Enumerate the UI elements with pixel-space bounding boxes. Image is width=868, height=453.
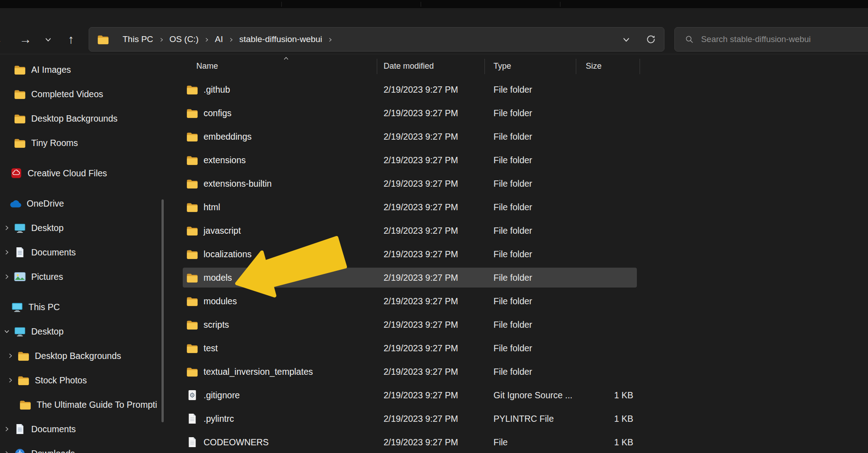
file-type: File folder [484,249,576,260]
file-row-configs[interactable]: configs2/19/2023 9:27 PMFile folder [172,101,868,125]
column-header-label: Size [586,61,602,71]
sidebar-item-label: Downloads [31,448,75,453]
file-icon [186,413,198,424]
breadcrumb-separator-icon[interactable] [159,37,164,42]
chevron-right-icon[interactable] [3,425,11,434]
address-dropdown-chevron-icon[interactable] [621,35,631,44]
chevron-right-icon[interactable] [3,272,11,281]
file-date-modified: 2/19/2023 9:27 PM [377,414,484,424]
column-divider [576,59,576,74]
breadcrumb: This PCOS (C:)AIstable-diffusion-webui [122,34,337,44]
file-row-gitignore[interactable]: .gitignore2/19/2023 9:27 PMGit Ignore So… [172,383,868,407]
folder-icon [14,88,26,100]
sidebar-item-desktop-backgrounds[interactable]: Desktop Backgrounds [0,344,172,368]
recent-locations-button[interactable] [40,28,56,50]
file-row-embeddings[interactable]: embeddings2/19/2023 9:27 PMFile folder [172,125,868,148]
content-area: AI ImagesCompleted VideosDesktop Backgro… [0,54,868,453]
refresh-icon[interactable] [646,34,656,44]
chevron-right-icon[interactable] [6,376,14,385]
sidebar-item-the-ultimate-guide-to-prompti[interactable]: The Ultimate Guide To Prompti [0,392,172,417]
breadcrumb-separator-icon[interactable] [204,37,209,42]
file-type: File folder [484,202,576,212]
sidebar-item-documents[interactable]: Documents [0,240,172,264]
file-size: 1 KB [576,390,640,401]
file-row-localizations[interactable]: localizations2/19/2023 9:27 PMFile folde… [172,242,868,266]
forward-button[interactable]: → [15,28,35,50]
file-name-cell: embeddings [183,131,377,142]
sidebar-item-creative-cloud-files[interactable]: Creative Cloud Files [0,161,172,185]
folder-icon [186,225,198,236]
breadcrumb-item[interactable]: This PC [122,34,154,44]
chevron-right-icon[interactable] [3,248,11,257]
breadcrumb-item[interactable]: OS (C:) [169,34,199,44]
chevron-down-icon[interactable] [3,327,11,336]
sidebar-scrollbar[interactable] [161,199,164,422]
file-row-modules[interactable]: modules2/19/2023 9:27 PMFile folder [172,289,868,313]
breadcrumb-separator-icon[interactable] [327,37,333,42]
search-box[interactable]: Search stable-diffusion-webui [674,27,868,52]
up-button[interactable]: ↑ [61,28,81,50]
folder-icon [17,374,30,386]
sidebar-item-completed-videos[interactable]: Completed Videos [0,82,172,106]
column-header-name[interactable]: Name [183,54,377,78]
sidebar-item-desktop-backgrounds[interactable]: Desktop Backgrounds [0,106,172,131]
sidebar-item-stock-photos[interactable]: Stock Photos [0,368,172,392]
column-header-type[interactable]: Type [484,54,576,78]
file-type: File [484,437,576,448]
back-button[interactable]: ← [0,28,6,50]
sidebar-item-ai-images[interactable]: AI Images [0,57,172,82]
file-row-html[interactable]: html2/19/2023 9:27 PMFile folder [172,195,868,219]
file-row-extensions-builtin[interactable]: extensions-builtin2/19/2023 9:27 PMFile … [172,172,868,195]
onedrive-icon [9,198,22,209]
column-header-date-modified[interactable]: Date modified [377,54,484,78]
sidebar-item-desktop[interactable]: Desktop [0,319,172,344]
file-row-textual-inversion-templates[interactable]: textual_inversion_templates2/19/2023 9:2… [172,360,868,383]
sidebar-item-this-pc[interactable]: This PC [0,295,172,319]
chevron-right-icon[interactable] [3,223,11,232]
file-row-extensions[interactable]: extensions2/19/2023 9:27 PMFile folder [172,148,868,172]
sidebar-item-downloads[interactable]: Downloads [0,441,172,453]
navigation-toolbar: ← → ↑ This PCOS (C:)AIstable-diffusion-w… [0,8,868,54]
file-row-codeowners[interactable]: CODEOWNERS2/19/2023 9:27 PMFile1 KB [172,430,868,453]
file-name-cell: extensions-builtin [183,178,377,189]
chevron-right-icon[interactable] [6,351,14,360]
sidebar-item-label: Creative Cloud Files [28,168,107,179]
sidebar-item-documents[interactable]: Documents [0,417,172,441]
folder-icon [186,84,198,95]
folder-icon [14,64,26,76]
breadcrumb-item[interactable]: stable-diffusion-webui [238,34,323,44]
file-date-modified: 2/19/2023 9:27 PM [377,343,484,354]
file-row-scripts[interactable]: scripts2/19/2023 9:27 PMFile folder [172,313,868,336]
column-header-size[interactable]: Size [576,54,640,78]
breadcrumb-item[interactable]: AI [214,34,224,44]
file-name-cell: models [183,272,377,283]
download-icon [14,448,26,453]
file-type: File folder [484,108,576,118]
breadcrumb-separator-icon[interactable] [228,37,234,42]
chevron-right-icon[interactable] [3,449,11,453]
sidebar-item-onedrive[interactable]: OneDrive [0,191,172,216]
file-row-test[interactable]: test2/19/2023 9:27 PMFile folder [172,336,868,360]
file-row-pylintrc[interactable]: .pylintrc2/19/2023 9:27 PMPYLINTRC File1… [172,407,868,430]
column-divider [640,59,640,74]
folder-icon [14,113,26,124]
file-name: .github [204,85,230,95]
folder-icon [186,202,198,212]
file-name-cell: scripts [183,319,377,330]
file-date-modified: 2/19/2023 9:27 PM [377,320,484,330]
document-icon [14,246,26,258]
folder-icon [186,272,198,283]
file-name: embeddings [204,132,251,142]
tab-separator [421,2,421,7]
sidebar-item-tiny-rooms[interactable]: Tiny Rooms [0,131,172,155]
file-row-github[interactable]: .github2/19/2023 9:27 PMFile folder [172,78,868,101]
file-name: configs [204,108,232,118]
file-name-cell: javascript [183,225,377,236]
file-row-javascript[interactable]: javascript2/19/2023 9:27 PMFile folder [172,219,868,242]
file-type: PYLINTRC File [484,414,576,424]
sidebar-item-desktop[interactable]: Desktop [0,216,172,240]
address-bar[interactable]: This PCOS (C:)AIstable-diffusion-webui [89,27,664,52]
file-row-models[interactable]: models2/19/2023 9:27 PMFile folder [172,266,868,289]
file-name: test [204,343,218,354]
sidebar-item-pictures[interactable]: Pictures [0,264,172,289]
